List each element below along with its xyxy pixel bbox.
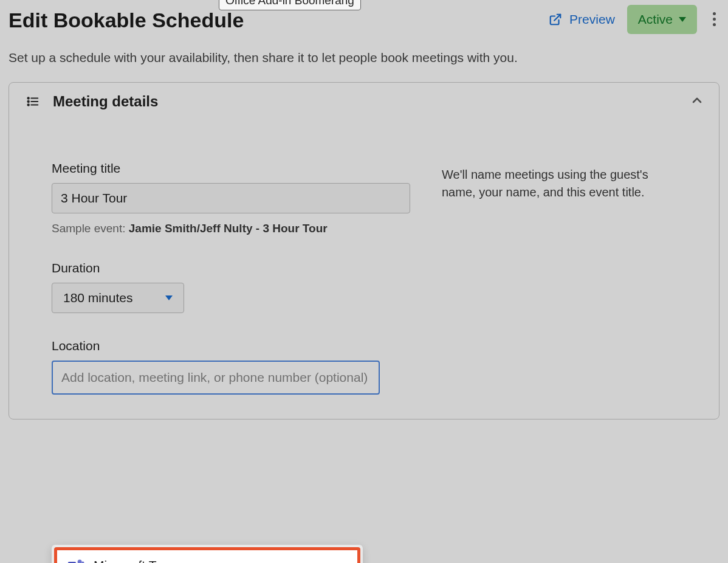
svg-point-1 [27,97,29,98]
list-icon [24,92,42,111]
page-subtitle: Set up a schedule with your availability… [9,50,719,65]
preview-link[interactable]: Preview [546,10,615,29]
page-title: Edit Bookable Schedule [9,2,244,36]
meeting-title-label: Meeting title [52,161,410,176]
chevron-up-icon[interactable] [690,93,704,110]
meeting-title-input[interactable] [52,183,410,213]
svg-line-0 [554,14,560,20]
sample-event-text: Sample event: Jamie Smith/Jeff Nulty - 3… [52,222,410,235]
meeting-title-info: We'll name meetings using the guest's na… [442,166,676,201]
svg-point-5 [27,104,29,105]
external-link-icon [546,10,565,29]
active-label: Active [638,12,673,27]
caret-down-icon [679,17,686,22]
section-title: Meeting details [53,93,158,110]
svg-point-9 [78,559,82,563]
location-label: Location [52,339,410,353]
location-option-label: Microsoft Teams [94,558,187,563]
duration-select[interactable]: 180 minutes [52,283,184,313]
tooltip-badge: Office Add-in Boomerang [219,0,361,10]
duration-value: 180 minutes [63,291,132,305]
location-option-teams[interactable]: T Microsoft Teams [54,547,360,563]
card-header[interactable]: Meeting details [9,83,719,121]
active-status-button[interactable]: Active [627,5,697,34]
preview-label: Preview [569,12,615,27]
location-input[interactable] [52,361,380,395]
more-options-button[interactable] [709,9,719,30]
meeting-details-card: Meeting details Meeting title Sample eve… [9,82,719,420]
caret-down-icon [165,295,173,300]
location-dropdown: T Microsoft Teams Type a location [52,545,363,563]
teams-icon: T [67,556,85,563]
svg-point-3 [27,101,29,102]
duration-label: Duration [52,261,410,275]
